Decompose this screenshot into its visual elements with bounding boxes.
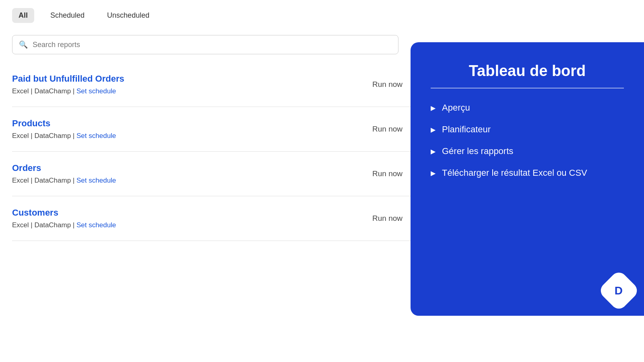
main-content: All Scheduled Unscheduled 🔍 Paid but Unf… xyxy=(0,0,644,362)
report-meta-orders: Excel | DataChamp | Set schedule xyxy=(12,177,372,185)
search-bar: 🔍 xyxy=(12,35,398,54)
panel-title: Tableau de bord xyxy=(431,62,624,80)
set-schedule-customers[interactable]: Set schedule xyxy=(76,221,116,229)
report-title-orders[interactable]: Orders xyxy=(12,163,372,173)
report-meta-customers: Excel | DataChamp | Set schedule xyxy=(12,221,372,229)
tab-all[interactable]: All xyxy=(12,8,34,23)
panel-menu-label-planificateur: Planificateur xyxy=(442,124,491,135)
reports-list: Paid but Unfulfilled Orders Excel | Data… xyxy=(0,62,423,241)
panel-badge-letter: D xyxy=(615,284,623,297)
search-icon: 🔍 xyxy=(19,40,28,49)
report-format-orders: Excel | DataChamp | xyxy=(12,177,74,184)
panel-menu: ▶ Aperçu ▶ Planificateur ▶ Gérer les rap… xyxy=(431,103,624,178)
panel-menu-item-apercu[interactable]: ▶ Aperçu xyxy=(431,103,624,113)
set-schedule-paid-unfulfilled[interactable]: Set schedule xyxy=(76,87,116,95)
report-meta-products: Excel | DataChamp | Set schedule xyxy=(12,132,372,140)
report-format-products: Excel | DataChamp | xyxy=(12,132,74,140)
run-now-paid-unfulfilled[interactable]: Run now xyxy=(372,80,411,89)
report-item-paid-unfulfilled: Paid but Unfulfilled Orders Excel | Data… xyxy=(12,62,411,107)
report-format-paid-unfulfilled: Excel | DataChamp | xyxy=(12,87,74,95)
panel-badge: D xyxy=(597,269,640,312)
set-schedule-products[interactable]: Set schedule xyxy=(76,132,116,140)
panel-menu-item-planificateur[interactable]: ▶ Planificateur xyxy=(431,124,624,135)
run-now-customers[interactable]: Run now xyxy=(372,214,411,223)
arrow-icon-gerer: ▶ xyxy=(431,148,436,155)
arrow-icon-apercu: ▶ xyxy=(431,104,436,112)
report-item-products: Products Excel | DataChamp | Set schedul… xyxy=(12,107,411,152)
report-title-paid-unfulfilled[interactable]: Paid but Unfulfilled Orders xyxy=(12,74,372,84)
report-meta-paid-unfulfilled: Excel | DataChamp | Set schedule xyxy=(12,87,372,95)
blue-panel: Tableau de bord ▶ Aperçu ▶ Planificateur… xyxy=(411,42,644,316)
panel-menu-label-gerer: Gérer les rapports xyxy=(442,146,513,156)
panel-menu-item-gerer[interactable]: ▶ Gérer les rapports xyxy=(431,146,624,156)
filter-tabs: All Scheduled Unscheduled xyxy=(0,0,644,31)
report-format-customers: Excel | DataChamp | xyxy=(12,221,74,229)
report-title-products[interactable]: Products xyxy=(12,118,372,129)
report-title-customers[interactable]: Customers xyxy=(12,208,372,218)
run-now-orders[interactable]: Run now xyxy=(372,169,411,178)
arrow-icon-telecharger: ▶ xyxy=(431,169,436,177)
panel-divider xyxy=(431,88,624,88)
report-item-orders: Orders Excel | DataChamp | Set schedule … xyxy=(12,152,411,196)
tab-scheduled[interactable]: Scheduled xyxy=(44,8,91,23)
search-input[interactable] xyxy=(33,41,392,49)
set-schedule-orders[interactable]: Set schedule xyxy=(76,177,116,184)
arrow-icon-planificateur: ▶ xyxy=(431,126,436,134)
panel-menu-item-telecharger[interactable]: ▶ Télécharger le résultat Excel ou CSV xyxy=(431,168,624,178)
panel-menu-label-telecharger: Télécharger le résultat Excel ou CSV xyxy=(442,168,587,178)
run-now-products[interactable]: Run now xyxy=(372,125,411,134)
report-item-customers: Customers Excel | DataChamp | Set schedu… xyxy=(12,196,411,241)
panel-menu-label-apercu: Aperçu xyxy=(442,103,470,113)
tab-unscheduled[interactable]: Unscheduled xyxy=(101,8,156,23)
